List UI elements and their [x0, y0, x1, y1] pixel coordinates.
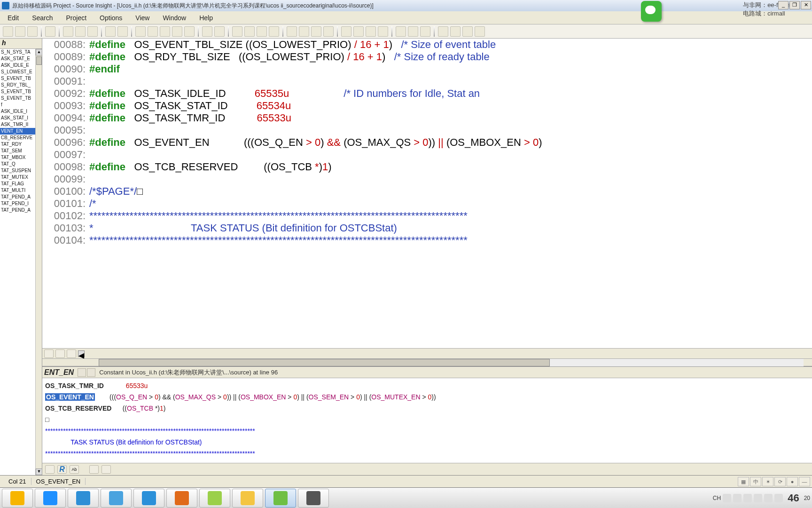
context-line[interactable]: OS_TCB_RESERVED ((OS_TCB *)1)	[45, 403, 809, 414]
taskbar-camtasia-rec[interactable]	[265, 489, 296, 508]
taskbar-pencil[interactable]	[133, 489, 164, 508]
taskbar-notepad[interactable]	[199, 489, 230, 508]
note-icon[interactable]	[67, 349, 76, 358]
toolbar-button[interactable]	[63, 26, 73, 37]
status-ind-icon[interactable]: ✶	[762, 477, 773, 486]
bookmark-icon[interactable]	[44, 349, 54, 358]
context-line[interactable]: ****************************************…	[45, 448, 809, 459]
toolbar-button[interactable]	[244, 26, 255, 37]
context-tool-icon[interactable]	[78, 368, 86, 377]
toolbar-button[interactable]	[214, 26, 225, 37]
ctx-refresh-icon[interactable]	[102, 465, 111, 474]
ctx-r-icon[interactable]: R	[57, 465, 67, 474]
tray-keyboard-icon[interactable]	[733, 494, 742, 502]
restore-button[interactable]: ❐	[789, 1, 800, 9]
code-line[interactable]	[89, 149, 812, 161]
status-ind-cn[interactable]: 中	[750, 477, 761, 486]
toolbar-button[interactable]	[323, 26, 334, 37]
tray-icon[interactable]	[723, 494, 731, 502]
status-ind-icon[interactable]: ▦	[738, 477, 749, 486]
status-ind-icon[interactable]: ⟳	[774, 477, 786, 486]
code-line[interactable]	[89, 173, 812, 185]
code-line[interactable]: #define OS_RDY_TBL_SIZE ((OS_LOWEST_PRIO…	[89, 51, 812, 63]
toolbar-button[interactable]	[341, 26, 351, 37]
context-line[interactable]: TASK STATUS (Bit definition for OSTCBSta…	[45, 437, 809, 448]
ime-indicator[interactable]: CH	[713, 495, 721, 501]
scroll-thumb[interactable]	[36, 56, 42, 65]
menu-options[interactable]: Options	[93, 13, 129, 23]
code-line[interactable]: #define OS_TASK_STAT_ID 65534u	[89, 100, 812, 112]
status-ind-icon[interactable]: ●	[787, 477, 798, 486]
toolbar-button[interactable]	[172, 26, 182, 37]
code-line[interactable]: #define OS_TASK_TMR_ID 65533u	[89, 112, 812, 124]
code-area[interactable]: 00088:#define OS_EVENT_TBL_SIZE ((OS_LOW…	[42, 39, 812, 348]
code-line[interactable]	[89, 75, 812, 87]
taskbar-start[interactable]	[2, 489, 33, 508]
tray-icon[interactable]	[764, 494, 773, 502]
menu-project[interactable]: Project	[59, 13, 93, 23]
code-line[interactable]: #define OS_TCB_RESERVED ((OS_TCB *)1)	[89, 161, 812, 173]
code-editor[interactable]: 00088:#define OS_EVENT_TBL_SIZE ((OS_LOW…	[42, 39, 812, 475]
toolbar-button[interactable]	[396, 26, 406, 37]
toolbar-button[interactable]	[184, 26, 195, 37]
taskbar-cloud[interactable]	[35, 489, 66, 508]
toolbar-button[interactable]	[299, 26, 309, 37]
scroll-up-icon[interactable]: ▲	[36, 49, 42, 56]
menu-search[interactable]: Search	[25, 13, 59, 23]
book-icon[interactable]	[55, 349, 65, 358]
toolbar-button[interactable]	[353, 26, 364, 37]
toolbar-button[interactable]	[45, 26, 55, 37]
toolbar-button[interactable]	[408, 26, 418, 37]
menu-window[interactable]: Window	[156, 13, 193, 23]
taskbar-globe[interactable]	[101, 489, 132, 508]
code-line[interactable]: /*	[89, 198, 812, 210]
code-line[interactable]: * TASK STATUS (Bit definition for OSTCBS…	[89, 222, 812, 234]
editor-hscrollbar[interactable]	[42, 358, 812, 366]
context-line[interactable]: ****************************************…	[45, 425, 809, 437]
toolbar-button[interactable]	[366, 26, 376, 37]
context-tool-icon[interactable]	[87, 368, 95, 377]
context-body[interactable]: OS_TASK_TMR_ID 65533uOS_EVENT_EN (((OS_Q…	[42, 378, 812, 463]
toolbar-button[interactable]	[148, 26, 158, 37]
taskbar-foxit[interactable]	[166, 489, 197, 508]
context-line[interactable]: OS_EVENT_EN (((OS_Q_EN > 0) && (OS_MAX_Q…	[45, 391, 809, 403]
context-line[interactable]: □	[45, 414, 809, 425]
toolbar-button[interactable]	[202, 26, 212, 37]
toolbar-button[interactable]	[232, 26, 242, 37]
toolbar-button[interactable]	[462, 26, 473, 37]
toolbar-button[interactable]	[160, 26, 170, 37]
taskbar-clock[interactable]: 46	[788, 492, 799, 504]
toolbar-button[interactable]	[438, 26, 448, 37]
inner-close-button[interactable]: ✕	[801, 1, 811, 9]
hscroll-thumb[interactable]	[99, 359, 550, 366]
code-line[interactable]: #endif	[89, 63, 812, 75]
toolbar-button[interactable]	[420, 26, 430, 37]
toolbar-button[interactable]	[117, 26, 128, 37]
code-line[interactable]: #define OS_TASK_IDLE_ID 65535u /* ID num…	[89, 87, 812, 100]
tray-icon[interactable]	[743, 494, 752, 502]
toolbar-button[interactable]	[105, 26, 116, 37]
code-line[interactable]: #define OS_EVENT_TBL_SIZE ((OS_LOWEST_PR…	[89, 39, 812, 51]
ctx-book-icon[interactable]	[45, 465, 55, 474]
code-line[interactable]: ****************************************…	[89, 210, 812, 222]
toolbar-button[interactable]	[15, 26, 25, 37]
toolbar-button[interactable]	[87, 26, 98, 37]
toolbar-button[interactable]	[287, 26, 297, 37]
minimize-button[interactable]: _	[778, 1, 789, 9]
menu-edit[interactable]: Edit	[1, 13, 25, 23]
toolbar-button[interactable]	[475, 26, 485, 37]
ctx-ab-icon[interactable]: Ab	[70, 465, 79, 474]
sidebar-scrollbar[interactable]: ▲ ▼	[35, 49, 42, 475]
taskbar-camtasia-lib[interactable]	[298, 489, 329, 508]
context-line[interactable]: OS_TASK_TMR_ID 65533u	[45, 380, 809, 391]
code-line[interactable]: #define OS_EVENT_EN (((OS_Q_EN > 0) && (…	[89, 136, 812, 149]
code-line[interactable]: ****************************************…	[89, 234, 812, 246]
scroll-down-icon[interactable]: ▼	[36, 468, 42, 475]
lock-icon[interactable]	[89, 465, 99, 474]
code-line[interactable]	[89, 124, 812, 136]
tray-volume-icon[interactable]	[754, 494, 762, 502]
hscroll-left-icon[interactable]: ◀	[78, 350, 85, 357]
menu-view[interactable]: View	[129, 13, 156, 23]
wechat-popup-icon[interactable]	[641, 1, 662, 22]
toolbar-button[interactable]	[450, 26, 461, 37]
